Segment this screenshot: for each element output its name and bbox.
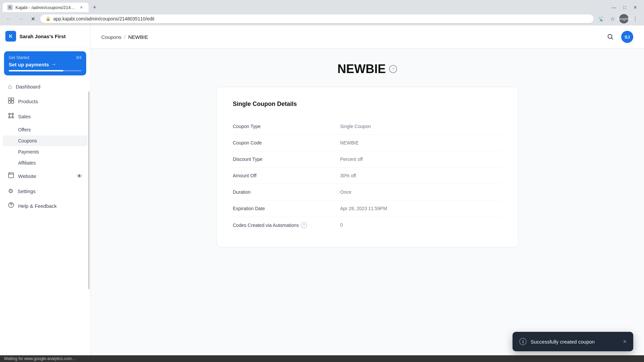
toast-close-button[interactable]: × bbox=[623, 339, 627, 345]
sidebar-item-sales[interactable]: Sales bbox=[3, 109, 88, 124]
svg-rect-3 bbox=[11, 101, 14, 103]
sidebar-item-offers[interactable]: Offers bbox=[3, 124, 88, 135]
maximize-button[interactable]: □ bbox=[621, 4, 628, 11]
avatar-initials: SJ bbox=[625, 35, 630, 40]
help-icon-text: ? bbox=[392, 67, 394, 72]
get-started-title-text: Set up payments bbox=[9, 62, 49, 67]
extensions-icon[interactable]: ⋮ bbox=[631, 14, 640, 23]
sidebar-item-products[interactable]: Products bbox=[3, 94, 88, 109]
get-started-header: Get Started 3/4 bbox=[9, 55, 82, 60]
title-help-icon[interactable]: ? bbox=[389, 65, 397, 73]
detail-row-automations: Codes Created via Automations ? 0 bbox=[233, 217, 502, 234]
sidebar-item-label-sales: Sales bbox=[18, 114, 31, 119]
get-started-progress-bar bbox=[9, 70, 82, 71]
toolbar-icons: 📡 ☆ Incognito ⋮ bbox=[596, 14, 640, 23]
incognito-label: Incognito bbox=[617, 17, 631, 21]
sales-icon bbox=[8, 113, 14, 120]
coupon-code-value: NEWBIE bbox=[340, 140, 359, 145]
expiration-date-value: Apr 28, 2023 11:59PM bbox=[340, 206, 387, 211]
sidebar-item-help[interactable]: Help & Feedback bbox=[3, 199, 88, 213]
browser-toolbar: ← → ✕ 🔒 app.kajabi.com/admin/coupons/214… bbox=[0, 12, 644, 25]
home-icon: ⌂ bbox=[8, 83, 12, 90]
browser-chrome: K Kajabi - /admin/coupons/21480... ✕ + —… bbox=[0, 0, 644, 25]
products-icon bbox=[8, 98, 14, 105]
breadcrumb-current: NEWBIE bbox=[128, 34, 148, 40]
sidebar-item-label-help: Help & Feedback bbox=[18, 203, 57, 209]
get-started-progress-fill bbox=[9, 70, 63, 71]
page-title: NEWBIE bbox=[337, 62, 386, 76]
sidebar-item-payments[interactable]: Payments bbox=[3, 146, 88, 157]
back-button[interactable]: ← bbox=[4, 14, 13, 23]
sidebar-item-dashboard[interactable]: ⌂ Dashboard bbox=[3, 80, 88, 94]
page-title-row: NEWBIE ? bbox=[111, 62, 624, 76]
affiliates-label: Affiliates bbox=[18, 160, 36, 166]
sidebar-item-label-products: Products bbox=[18, 99, 38, 104]
sidebar-item-affiliates[interactable]: Affiliates bbox=[3, 158, 88, 168]
coupons-label: Coupons bbox=[18, 138, 37, 143]
automations-label: Codes Created via Automations ? bbox=[233, 222, 340, 228]
get-started-arrow-icon: → bbox=[51, 61, 56, 67]
forward-button[interactable]: → bbox=[16, 14, 25, 23]
detail-row-amount-off: Amount Off 30% off bbox=[233, 168, 502, 184]
tab-favicon: K bbox=[7, 5, 13, 10]
sidebar-item-website[interactable]: Website 👁 bbox=[3, 169, 88, 183]
browser-titlebar: K Kajabi - /admin/coupons/21480... ✕ + —… bbox=[0, 0, 644, 12]
svg-rect-1 bbox=[11, 98, 14, 100]
website-eye-icon: 👁 bbox=[77, 173, 82, 179]
sidebar-item-label-settings: Settings bbox=[17, 188, 36, 194]
reload-button[interactable]: ✕ bbox=[28, 14, 38, 23]
coupon-type-label: Coupon Type bbox=[233, 124, 340, 129]
top-bar-actions: SJ bbox=[605, 31, 633, 43]
tab-close-button[interactable]: ✕ bbox=[78, 5, 84, 10]
toast-notification: ℹ Successfully created coupon × bbox=[513, 332, 633, 351]
detail-row-coupon-code: Coupon Code NEWBIE bbox=[233, 135, 502, 151]
window-controls: — □ ✕ bbox=[610, 4, 641, 11]
get-started-count: 3/4 bbox=[76, 55, 82, 60]
bookmark-icon[interactable]: ☆ bbox=[608, 14, 617, 23]
profile-menu-button[interactable]: Incognito bbox=[619, 14, 629, 23]
user-avatar[interactable]: SJ bbox=[621, 31, 633, 43]
sidebar: K Sarah Jonas's First Get Started 3/4 Se… bbox=[0, 25, 91, 355]
breadcrumb-separator: / bbox=[124, 34, 125, 40]
sidebar-header: K Sarah Jonas's First bbox=[0, 25, 90, 47]
website-icon bbox=[8, 172, 14, 180]
sidebar-item-coupons[interactable]: Coupons bbox=[3, 135, 88, 146]
detail-row-expiration-date: Expiration Date Apr 28, 2023 11:59PM bbox=[233, 200, 502, 217]
help-icon bbox=[8, 202, 14, 210]
svg-rect-4 bbox=[9, 173, 14, 178]
sidebar-item-label-website: Website bbox=[18, 173, 36, 179]
search-button[interactable] bbox=[605, 32, 616, 42]
sidebar-item-label-dashboard: Dashboard bbox=[16, 84, 40, 89]
scroll-thumb bbox=[88, 92, 90, 289]
automations-value: 0 bbox=[340, 222, 343, 228]
breadcrumb-coupons[interactable]: Coupons bbox=[101, 34, 121, 40]
site-name: Sarah Jonas's First bbox=[19, 34, 66, 39]
profile-circle: Incognito bbox=[619, 14, 629, 23]
main-content: Coupons / NEWBIE SJ NEWBIE bbox=[91, 25, 644, 355]
duration-value: Once bbox=[340, 189, 351, 195]
svg-rect-0 bbox=[8, 98, 11, 100]
discount-type-label: Discount Type bbox=[233, 157, 340, 162]
sidebar-item-settings[interactable]: ⚙ Settings bbox=[3, 184, 88, 198]
url-bar[interactable]: 🔒 app.kajabi.com/admin/coupons/214803511… bbox=[40, 14, 594, 23]
detail-row-discount-type: Discount Type Percent off bbox=[233, 151, 502, 168]
get-started-banner[interactable]: Get Started 3/4 Set up payments → bbox=[4, 51, 86, 75]
cast-icon[interactable]: 📡 bbox=[596, 14, 606, 23]
minimize-button[interactable]: — bbox=[610, 4, 617, 11]
detail-row-coupon-type: Coupon Type Single Coupon bbox=[233, 118, 502, 135]
tab-title: Kajabi - /admin/coupons/21480... bbox=[15, 5, 76, 10]
close-button[interactable]: ✕ bbox=[632, 4, 639, 11]
svg-point-5 bbox=[9, 173, 10, 174]
status-text: Waiting for www.google-analytics.com... bbox=[4, 356, 75, 361]
new-tab-button[interactable]: + bbox=[90, 3, 99, 12]
sidebar-scrollbar[interactable] bbox=[88, 25, 90, 355]
get-started-label: Get Started bbox=[9, 55, 29, 60]
card-section-title: Single Coupon Details bbox=[233, 101, 502, 108]
automations-help-icon[interactable]: ? bbox=[301, 222, 307, 228]
app-container: K Sarah Jonas's First Get Started 3/4 Se… bbox=[0, 25, 644, 355]
url-text: app.kajabi.com/admin/coupons/2148035110/… bbox=[53, 16, 588, 21]
coupon-type-value: Single Coupon bbox=[340, 124, 371, 129]
status-bar: Waiting for www.google-analytics.com... bbox=[0, 355, 644, 362]
browser-tab[interactable]: K Kajabi - /admin/coupons/21480... ✕ bbox=[3, 3, 89, 12]
detail-row-duration: Duration Once bbox=[233, 184, 502, 200]
